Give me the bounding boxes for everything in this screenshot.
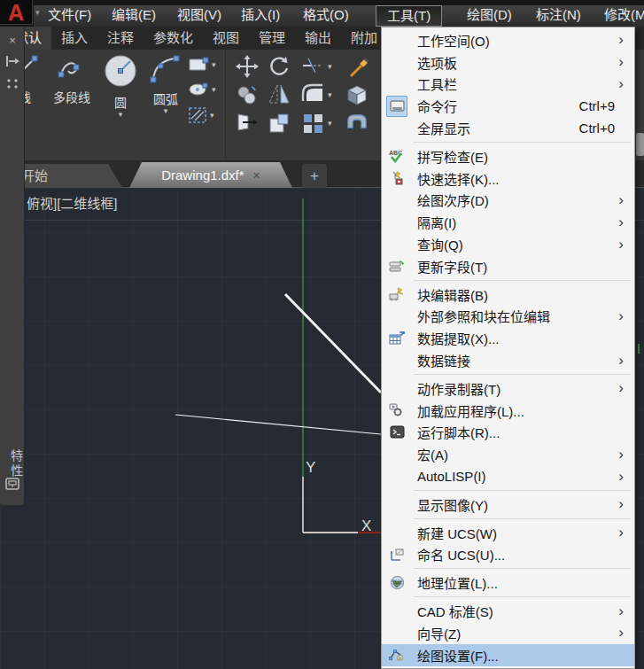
- menu-item-7[interactable]: 快速选择(K)...: [382, 167, 634, 190]
- menu-item-23[interactable]: 命名 UCS(U)...: [382, 544, 634, 566]
- ribbon-tab-7[interactable]: 输出: [295, 27, 341, 50]
- menu-item-17[interactable]: 加载应用程序(L)...: [382, 400, 634, 422]
- menu-item-13[interactable]: 外部参照和块在位编辑›: [382, 306, 634, 328]
- chevron-down-icon[interactable]: ▾: [99, 111, 142, 118]
- chevron-down-icon[interactable]: ▾: [210, 111, 214, 120]
- chevron-down-icon[interactable]: ▾: [328, 119, 332, 128]
- tab-drawing1[interactable]: Drawing1.dxf*×: [129, 162, 292, 188]
- trim-button[interactable]: [301, 55, 324, 80]
- menu-item-16[interactable]: 动作录制器(T)›: [382, 377, 634, 400]
- erase-button[interactable]: [345, 55, 370, 83]
- fillet-button[interactable]: [301, 83, 324, 106]
- menubar-item-1[interactable]: 文件(F): [44, 5, 95, 25]
- menu-item-22[interactable]: 新建 UCS(W)›: [382, 522, 634, 544]
- rectangle-icon: [188, 57, 209, 73]
- menu-item-label: 数据链接: [412, 351, 618, 370]
- copy-icon: [236, 83, 259, 106]
- menubar-item-7[interactable]: 绘图(D): [463, 5, 516, 25]
- command-line-icon: [390, 100, 405, 113]
- mirror-button[interactable]: [268, 83, 291, 108]
- stretch-button[interactable]: [236, 112, 259, 136]
- pin-icon[interactable]: [0, 477, 25, 494]
- menu-item-label: 动作录制器(T): [412, 379, 618, 398]
- menubar-item-5[interactable]: 格式(O): [299, 5, 353, 25]
- menu-item-12[interactable]: 块编辑器(B): [382, 284, 634, 306]
- menu-item-19[interactable]: 宏(A)›: [382, 443, 634, 465]
- menu-item-21[interactable]: 显示图像(Y)›: [382, 494, 634, 516]
- menu-item-4[interactable]: 命令行Ctrl+9: [382, 95, 634, 117]
- properties-gear-icon[interactable]: [0, 78, 25, 94]
- menu-item-3[interactable]: 工具栏›: [382, 74, 634, 96]
- spell-check-icon: ABC: [382, 149, 412, 163]
- menu-item-11[interactable]: 更新字段(T): [382, 255, 634, 277]
- ribbon-tab-4[interactable]: 参数化: [144, 27, 203, 50]
- new-tab-button[interactable]: +: [302, 164, 327, 188]
- draw-tool-圆[interactable]: 圆▾: [99, 53, 142, 118]
- menu-item-25[interactable]: CAD 标准(S)›: [382, 600, 634, 622]
- quick-select-icon: [390, 171, 404, 185]
- submenu-arrow-icon: ›: [618, 382, 624, 394]
- menu-item-9[interactable]: 隔离(I)›: [382, 211, 634, 233]
- chevron-down-icon[interactable]: ▾: [328, 62, 332, 71]
- ribbon-tab-5[interactable]: 视图: [203, 27, 249, 50]
- submenu-arrow-icon: ›: [618, 526, 624, 539]
- menubar-item-4[interactable]: 插入(I): [237, 5, 283, 25]
- menu-item-10[interactable]: 查询(Q)›: [382, 233, 634, 255]
- run-script-icon: [382, 425, 412, 439]
- menu-item-26[interactable]: 向导(Z)›: [382, 622, 634, 644]
- join-button[interactable]: [345, 112, 369, 135]
- app-load-icon: [389, 403, 405, 417]
- autohide-icon[interactable]: [0, 55, 25, 71]
- rectangle-button[interactable]: ▾: [188, 57, 216, 73]
- ribbon-tab-6[interactable]: 管理: [249, 27, 295, 50]
- menu-item-label: CAD 标准(S): [412, 602, 618, 620]
- toggle-frame: [386, 96, 407, 117]
- menubar-item-9[interactable]: 修改(M): [601, 5, 644, 25]
- draw-tool-圆弧[interactable]: 圆弧▾: [142, 53, 190, 114]
- logo-dropdown-arrow-icon[interactable]: ▾: [35, 8, 40, 17]
- menu-item-6[interactable]: ABC拼写检查(E): [382, 145, 634, 167]
- chevron-down-icon[interactable]: ▾: [212, 85, 216, 94]
- menu-separator: [382, 565, 634, 572]
- hatch-button[interactable]: ▾: [188, 106, 214, 124]
- chevron-down-icon[interactable]: ▾: [212, 60, 216, 69]
- named-ucs-icon: [382, 548, 412, 562]
- menu-item-20[interactable]: AutoLISP(I)›: [382, 465, 634, 487]
- scale-button[interactable]: [268, 112, 291, 138]
- explode-button[interactable]: [345, 83, 369, 110]
- draw-tool-多段线[interactable]: 多段线: [44, 53, 99, 105]
- data-extract-icon: [382, 331, 412, 346]
- menu-item-18[interactable]: 运行脚本(R)...: [382, 422, 634, 444]
- close-icon[interactable]: ×: [0, 34, 25, 47]
- menu-item-label: 宏(A): [412, 445, 618, 463]
- menu-item-8[interactable]: 绘图次序(D)›: [382, 190, 634, 212]
- menubar-item-8[interactable]: 标注(N): [532, 5, 585, 25]
- ribbon-tab-2[interactable]: 插入: [51, 27, 97, 50]
- menu-item-24[interactable]: 地理位置(L)...: [382, 572, 634, 594]
- submenu-arrow-icon: ›: [618, 448, 624, 461]
- menu-item-1[interactable]: 工作空间(O)›: [382, 29, 634, 51]
- menu-item-5[interactable]: 全屏显示Ctrl+0: [382, 117, 634, 139]
- app-logo-button[interactable]: A: [0, 0, 33, 25]
- menu-item-label: 绘图设置(F)...: [412, 646, 634, 665]
- close-icon[interactable]: ×: [253, 168, 260, 183]
- chevron-down-icon[interactable]: ▾: [328, 90, 332, 99]
- rotate-button[interactable]: [268, 55, 291, 82]
- submenu-arrow-icon: ›: [618, 605, 624, 618]
- array-button[interactable]: [301, 112, 324, 138]
- mirror-icon: [268, 83, 291, 105]
- copy-button[interactable]: [236, 83, 259, 110]
- move-button[interactable]: [236, 55, 259, 82]
- ribbon-tab-3[interactable]: 注释: [97, 27, 144, 50]
- chevron-down-icon[interactable]: ▾: [142, 107, 190, 114]
- block-editor-icon: [389, 287, 405, 301]
- ellipse-button[interactable]: ▾: [188, 82, 216, 97]
- menu-item-27[interactable]: 绘图设置(F)...: [382, 644, 634, 666]
- submenu-arrow-icon: ›: [618, 498, 624, 510]
- menu-item-14[interactable]: 数据提取(X)...: [382, 327, 634, 349]
- menu-item-2[interactable]: 选项板›: [382, 51, 634, 74]
- menu-item-15[interactable]: 数据链接›: [382, 349, 634, 371]
- menubar-item-2[interactable]: 编辑(E): [108, 5, 159, 25]
- menubar-item-3[interactable]: 视图(V): [174, 5, 225, 25]
- menubar-item-6[interactable]: 工具(T): [376, 5, 442, 27]
